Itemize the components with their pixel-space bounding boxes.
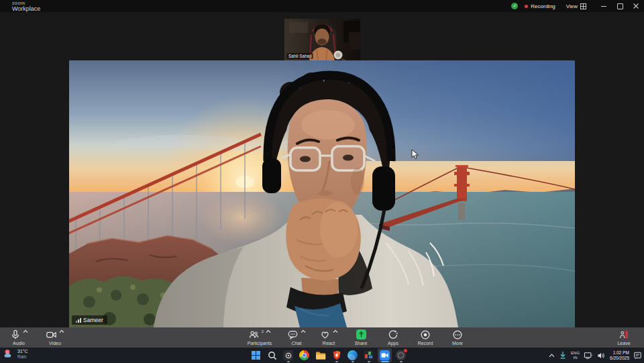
zoom-title-bar: zoom Workplace ✓ Recording View [0,0,644,12]
colored-app-icon [364,350,374,360]
video-camera-icon [46,329,57,340]
dark-circle-app-icon [396,350,406,360]
notification-badge [404,349,407,352]
apps-label: Apps [388,341,398,346]
view-button[interactable]: View [566,3,586,9]
language-line2: IN [571,356,580,360]
record-icon [420,329,431,340]
thumbnail-name: Sahil Sahaji [288,54,311,58]
weather-rain-icon [3,349,15,359]
taskbar-app-dark-circle[interactable] [394,348,408,362]
leave-meeting-icon [619,329,630,340]
taskbar-file-explorer[interactable] [313,348,327,362]
language-line1: ENG [571,351,580,356]
share-screen-icon [356,329,366,340]
audio-options-caret[interactable] [23,329,28,333]
share-screen-button[interactable]: Share [349,327,373,348]
taskbar-search-button[interactable] [265,348,279,362]
participants-button[interactable]: 2 Participants [243,327,276,348]
apps-icon [388,329,398,340]
file-explorer-icon [315,351,326,360]
connection-quality-icon [76,318,81,323]
zoom-meeting-toolbar: Audio Video [0,327,644,348]
zoom-workplace-brand: zoom Workplace [12,1,40,12]
windows-start-icon [252,351,261,360]
thumbnail-video-sahil[interactable]: Sahil Sahaji [284,19,360,61]
tray-show-hidden-icons-chevron[interactable] [549,354,555,358]
tray-download-arrow-icon[interactable] [559,351,567,360]
windows-taskbar: 31°C Rain [0,348,644,363]
chat-options-caret[interactable] [301,329,306,333]
zoom-app-icon [380,350,390,360]
taskbar-start-button[interactable] [249,348,263,362]
more-ellipsis-icon [452,329,463,340]
window-minimize-button[interactable] [596,0,612,12]
window-close-button[interactable] [628,0,644,12]
participants-icon [248,329,260,340]
tray-clock[interactable]: 1:02 PM 6/20/2025 [610,350,629,360]
view-grid-icon [580,3,586,9]
main-video-sameer: Sameer [69,60,575,327]
microphone-icon [10,329,21,340]
react-options-caret[interactable] [333,329,338,333]
main-video-frame [69,60,575,327]
taskbar-weather-widget[interactable]: 31°C Rain [3,349,28,360]
recording-indicator[interactable]: Recording [525,3,555,9]
audio-button[interactable]: Audio [7,327,31,348]
view-label: View [566,3,578,9]
taskbar-app-utility[interactable] [281,348,295,362]
participants-label: Participants [248,341,272,346]
record-button[interactable]: Record [413,327,437,348]
participants-count-badge: 2 [262,329,264,333]
share-label: Share [355,341,368,346]
taskbar-zoom-active[interactable] [378,348,392,362]
weather-condition: Rain [17,354,28,359]
chat-bubble-icon [287,329,299,340]
taskbar-chrome[interactable] [297,348,311,362]
more-button[interactable]: More [445,327,470,348]
recording-dot-icon [525,5,528,8]
clock-time: 1:02 PM [610,350,629,355]
edge-icon [347,350,358,360]
brand-zoom-text: zoom [12,1,40,5]
taskbar-brave[interactable] [329,348,343,362]
taskbar-edge[interactable] [345,348,360,362]
video-options-caret[interactable] [59,329,64,333]
close-icon [633,3,639,9]
thumbnail-name-tag: Sahil Sahaji [286,53,313,59]
speaker-name: Sameer [83,317,103,323]
participants-options-caret[interactable] [266,329,271,333]
chrome-icon [299,350,309,360]
window-maximize-button[interactable] [612,0,628,12]
apps-button[interactable]: Apps [381,327,405,348]
taskbar-app-colored[interactable] [362,348,376,362]
utility-app-icon [283,350,293,360]
tray-language-indicator[interactable]: ENG IN [571,351,580,360]
react-button[interactable]: React [317,327,341,348]
meeting-stage: Sahil Sahaji [0,12,644,327]
leave-button[interactable]: Leave [612,327,636,348]
search-icon [268,351,277,360]
mouse-cursor [411,149,419,160]
video-button[interactable]: Video [43,327,67,348]
heart-react-icon [319,329,331,340]
meeting-security-shield-icon[interactable]: ✓ [511,3,518,9]
weather-temperature: 31°C [17,349,28,354]
tray-notification-center-icon[interactable] [633,351,642,360]
tray-volume-icon[interactable] [597,352,606,360]
leave-label: Leave [617,341,630,346]
clock-date: 6/20/2025 [610,356,629,360]
maximize-icon [617,3,623,9]
react-label: React [323,341,335,346]
tray-network-icon[interactable] [584,352,593,360]
minimize-icon [601,6,606,7]
record-label: Record [418,341,433,346]
more-label: More [452,341,463,346]
recording-label: Recording [531,3,555,9]
chat-label: Chat [292,341,302,346]
chat-button[interactable]: Chat [284,327,309,348]
brand-workplace-text: Workplace [12,6,40,12]
speaker-name-tag: Sameer [72,315,107,325]
audio-label: Audio [13,341,25,346]
video-label: Video [49,341,61,346]
